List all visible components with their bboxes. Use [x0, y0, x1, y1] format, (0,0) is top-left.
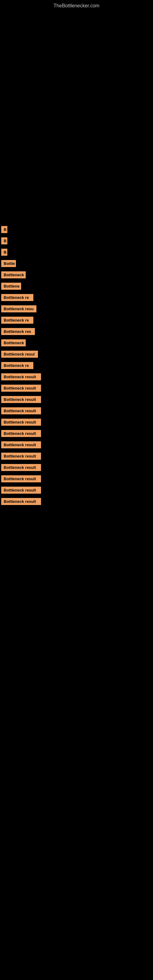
bar-row: Bottleneck result: [0, 475, 153, 482]
bar-row: Bottleneck result: [0, 464, 153, 471]
bar-row: Bottleneck result: [0, 385, 153, 392]
bottleneck-result-bar[interactable]: Bottleneck result: [1, 487, 41, 494]
bottleneck-result-bar[interactable]: Bottleneck result: [1, 498, 41, 505]
bottleneck-result-bar[interactable]: Bottleneck result: [1, 373, 41, 380]
bottleneck-result-bar[interactable]: Bottleneck re: [1, 294, 33, 301]
bottleneck-result-bar[interactable]: Bottleneck result: [1, 396, 41, 403]
site-header: TheBottlenecker.com: [0, 0, 153, 12]
bar-row: Bottleneck result: [0, 373, 153, 380]
bar-row: Bottleneck result: [0, 407, 153, 414]
bars-section: BBBBottleBottleneckBottleneBottleneck re…: [0, 12, 153, 505]
bottleneck-result-bar[interactable]: Bottleneck re: [1, 317, 33, 324]
bottleneck-result-bar[interactable]: Bottleneck result: [1, 464, 41, 471]
bar-row: Bottleneck resu: [0, 305, 153, 312]
bar-row: B: [0, 249, 153, 256]
bar-row: Bottleneck result: [0, 453, 153, 460]
bar-row: Bottleneck re: [0, 294, 153, 301]
bottleneck-result-bar[interactable]: Bottleneck resul: [1, 351, 38, 358]
bottleneck-result-bar[interactable]: B: [1, 249, 7, 256]
bar-row: Bottleneck result: [0, 430, 153, 437]
bottleneck-result-bar[interactable]: B: [1, 226, 7, 233]
bottleneck-result-bar[interactable]: B: [1, 237, 7, 244]
bar-row: B: [0, 237, 153, 244]
bottleneck-result-bar[interactable]: Bottleneck result: [1, 441, 41, 449]
bottleneck-result-bar[interactable]: Bottleneck result: [1, 385, 41, 392]
bar-row: Bottleneck res: [0, 328, 153, 335]
bar-row: Bottleneck result: [0, 396, 153, 403]
bar-row: Bottleneck result: [0, 418, 153, 426]
bar-row: Bottlene: [0, 283, 153, 290]
bottleneck-result-bar[interactable]: Bottlene: [1, 283, 21, 290]
bar-row: Bottleneck: [0, 271, 153, 278]
bottleneck-result-bar[interactable]: Bottle: [1, 260, 16, 267]
bar-row: Bottle: [0, 260, 153, 267]
bottleneck-result-bar[interactable]: Bottleneck resu: [1, 305, 37, 312]
bar-row: Bottleneck result: [0, 498, 153, 505]
bar-row: Bottleneck: [0, 339, 153, 346]
bottleneck-result-bar[interactable]: Bottleneck result: [1, 430, 41, 437]
site-title: TheBottlenecker.com: [0, 0, 153, 12]
bottleneck-result-bar[interactable]: Bottleneck result: [1, 418, 41, 426]
bottleneck-result-bar[interactable]: Bottleneck result: [1, 407, 41, 414]
bar-row: B: [0, 226, 153, 233]
bar-row: Bottleneck result: [0, 487, 153, 494]
bottleneck-result-bar[interactable]: Bottleneck: [1, 271, 26, 278]
bar-row: Bottleneck result: [0, 441, 153, 449]
bar-row: Bottleneck re: [0, 362, 153, 369]
bottleneck-result-bar[interactable]: Bottleneck re: [1, 362, 33, 369]
bottleneck-result-bar[interactable]: Bottleneck result: [1, 475, 41, 482]
bottleneck-result-bar[interactable]: Bottleneck result: [1, 453, 41, 460]
bar-row: Bottleneck resul: [0, 351, 153, 358]
bottleneck-result-bar[interactable]: Bottleneck res: [1, 328, 35, 335]
bar-row: Bottleneck re: [0, 317, 153, 324]
bottleneck-result-bar[interactable]: Bottleneck: [1, 339, 26, 346]
